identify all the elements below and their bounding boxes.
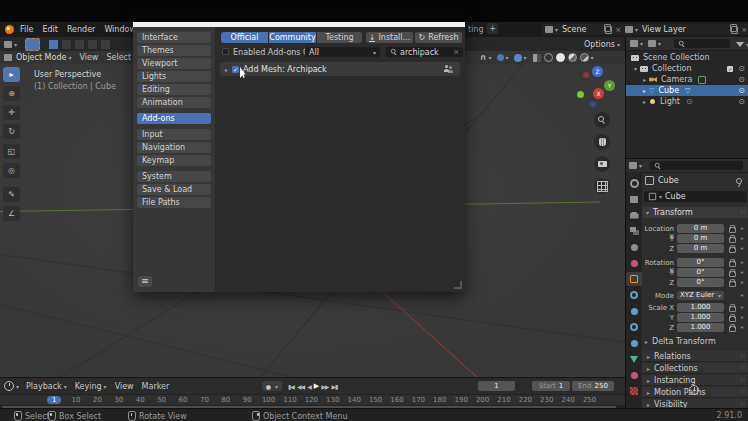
- lock-icon[interactable]: [729, 227, 736, 233]
- refresh-button[interactable]: ↻ Refresh: [415, 32, 462, 43]
- animate-dot[interactable]: •: [740, 304, 744, 312]
- marker-menu[interactable]: Marker: [142, 382, 170, 391]
- current-frame-field[interactable]: 1: [478, 381, 515, 391]
- tool-measure[interactable]: ∠: [3, 206, 20, 221]
- ruler-tick[interactable]: 50: [157, 396, 166, 404]
- transform-panel-header[interactable]: ▾ Transform ∷: [642, 207, 748, 218]
- enabled-addons-only-checkbox[interactable]: [222, 48, 229, 55]
- resize-grip[interactable]: [454, 281, 462, 289]
- blender-logo-icon[interactable]: [5, 25, 14, 34]
- category-dropdown[interactable]: All ▾: [305, 47, 380, 57]
- pan-button[interactable]: [594, 134, 610, 150]
- keying-menu[interactable]: Keying▾: [75, 382, 107, 391]
- ruler-tick[interactable]: 160: [390, 396, 403, 404]
- ruler-tick[interactable]: 180: [433, 396, 446, 404]
- tab-testing[interactable]: Testing: [317, 32, 362, 43]
- animate-dot[interactable]: •: [740, 314, 744, 322]
- sidebar-item-navigation[interactable]: Navigation: [137, 142, 211, 153]
- install-button[interactable]: ↓ Install...: [366, 32, 413, 43]
- editor-type-icon[interactable]: [4, 41, 12, 48]
- ruler-tick[interactable]: 170: [412, 396, 425, 404]
- ruler-tick[interactable]: 190: [455, 396, 468, 404]
- end-frame-field[interactable]: End250: [572, 381, 614, 391]
- ruler-tick[interactable]: 220: [519, 396, 532, 404]
- start-frame-field[interactable]: Start1: [532, 381, 570, 391]
- ruler-tick[interactable]: 250: [583, 396, 596, 404]
- next-keyframe-button[interactable]: ▶▶: [321, 383, 328, 390]
- ruler-tick[interactable]: 10: [72, 396, 81, 404]
- tab-render[interactable]: [626, 192, 642, 206]
- shading-rendered-icon[interactable]: [580, 53, 589, 62]
- new-scene-icon[interactable]: [605, 26, 612, 34]
- panel-relations[interactable]: ▸Relations∷: [642, 351, 748, 362]
- playback-menu[interactable]: Playback▾: [26, 382, 67, 391]
- location-y-field[interactable]: 0 m: [677, 234, 724, 243]
- tab-tool[interactable]: [626, 176, 642, 190]
- auto-keying-button[interactable]: ● ▾: [262, 381, 282, 391]
- ortho-toggle-button[interactable]: [594, 178, 610, 194]
- zoom-button[interactable]: [594, 112, 610, 128]
- tab-object-data[interactable]: [626, 352, 642, 366]
- gizmo-y-axis[interactable]: Y: [604, 80, 615, 91]
- vp-menu-select[interactable]: Select: [106, 53, 131, 62]
- prev-keyframe-button[interactable]: ◀◀: [297, 383, 304, 390]
- mode-dropdown[interactable]: Object Mode: [16, 53, 66, 62]
- addon-search-field[interactable]: archipack ×: [386, 47, 463, 57]
- rotation-y-field[interactable]: 0°: [677, 268, 724, 277]
- proportional-edit-icon[interactable]: [497, 54, 504, 61]
- shading-solid-icon[interactable]: [556, 53, 565, 62]
- menu-file[interactable]: File: [20, 25, 33, 34]
- location-z-field[interactable]: 0 m: [677, 244, 724, 253]
- ruler-tick[interactable]: 240: [562, 396, 575, 404]
- sidebar-item-add-ons[interactable]: Add-ons: [137, 113, 211, 124]
- eye-icon[interactable]: ⊙: [738, 75, 745, 84]
- rotation-mode-dropdown[interactable]: XYZ Euler▾: [677, 291, 724, 300]
- panel-collections[interactable]: ▸Collections∷: [642, 363, 748, 374]
- sidebar-item-system[interactable]: System: [137, 171, 211, 182]
- delta-transform-panel[interactable]: ▸ Delta Transform: [645, 337, 716, 346]
- animate-dot[interactable]: •: [740, 269, 744, 277]
- object-name-field[interactable]: ▾ Cube: [644, 191, 747, 202]
- animate-dot[interactable]: •: [740, 225, 744, 233]
- clear-search-icon[interactable]: ×: [453, 48, 459, 56]
- animate-dot[interactable]: •: [740, 235, 744, 243]
- animate-dot[interactable]: •: [740, 324, 744, 332]
- current-frame-indicator[interactable]: 1: [47, 396, 61, 404]
- new-view-layer-icon[interactable]: [731, 26, 738, 34]
- jump-to-start-button[interactable]: ▮◀: [288, 383, 294, 390]
- lock-icon[interactable]: [729, 271, 736, 277]
- properties-editor-icon[interactable]: [629, 162, 637, 169]
- ruler-tick[interactable]: 110: [283, 396, 296, 404]
- tab-world[interactable]: [626, 256, 642, 270]
- ruler-tick[interactable]: 20: [93, 396, 102, 404]
- tool-scale[interactable]: ◱: [3, 144, 20, 159]
- lock-icon[interactable]: [729, 261, 736, 267]
- tool-transform[interactable]: ◎: [3, 163, 20, 178]
- gizmo-z-neg[interactable]: [590, 101, 596, 107]
- ruler-tick[interactable]: 230: [540, 396, 553, 404]
- tab-output[interactable]: [626, 208, 642, 222]
- shading-material-icon[interactable]: [568, 53, 577, 62]
- preferences-menu-button[interactable]: ≡: [138, 276, 152, 287]
- lock-icon[interactable]: [729, 237, 736, 243]
- lock-icon[interactable]: [729, 326, 736, 332]
- close-icon[interactable]: ×: [615, 26, 621, 34]
- lock-icon[interactable]: [729, 281, 736, 287]
- sidebar-item-save-load[interactable]: Save & Load: [137, 184, 211, 195]
- ruler-tick[interactable]: 130: [326, 396, 339, 404]
- ruler-tick[interactable]: 120: [305, 396, 318, 404]
- collection-checkbox[interactable]: ✓: [727, 66, 733, 72]
- location-x-field[interactable]: 0 m: [677, 224, 724, 233]
- ruler-tick[interactable]: 40: [136, 396, 145, 404]
- select-mode-extend-icon[interactable]: [61, 39, 72, 50]
- eye-icon[interactable]: ⊙: [738, 64, 745, 73]
- ruler-tick[interactable]: 60: [179, 396, 188, 404]
- outliner-display-mode-icon[interactable]: [648, 40, 656, 47]
- lock-icon[interactable]: [729, 247, 736, 253]
- preferences-titlebar[interactable]: [133, 10, 465, 22]
- tab-object[interactable]: [626, 272, 642, 286]
- vp-menu-view[interactable]: View: [79, 53, 98, 62]
- sidebar-item-interface[interactable]: Interface: [137, 32, 211, 43]
- outliner-search-field[interactable]: [674, 39, 730, 48]
- tab-material[interactable]: [626, 368, 642, 382]
